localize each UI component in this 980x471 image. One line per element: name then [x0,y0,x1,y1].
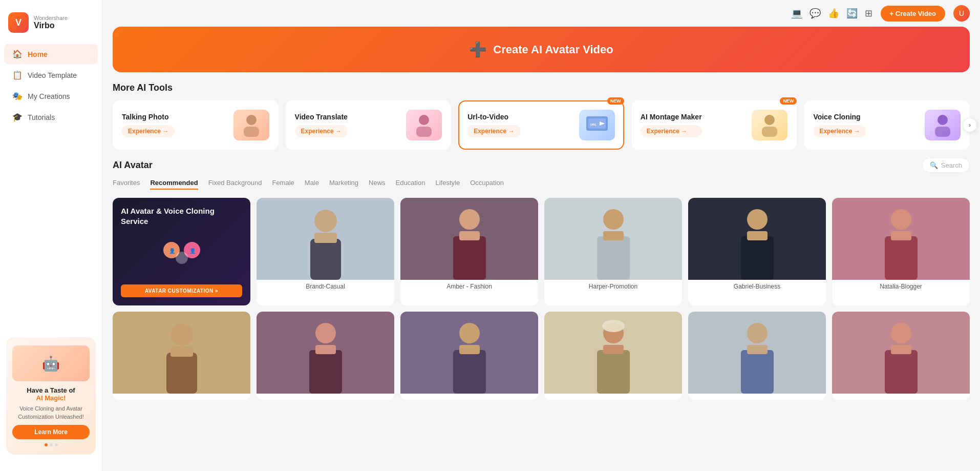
avatar-card-row2-2[interactable] [257,312,394,400]
tab-education[interactable]: Education [396,179,425,190]
tool-card-video-translate-left: Video Translate Experience → [295,113,348,137]
tab-lifestyle[interactable]: Lifestyle [435,179,460,190]
tool-exp-btn-video-translate[interactable]: Experience → [295,125,348,137]
svg-rect-42 [597,350,630,394]
tool-exp-btn-url-to-video[interactable]: Experience → [467,125,520,137]
svg-point-14 [176,252,188,264]
avatar-card-row2-4[interactable] [544,312,682,400]
avatar-name-row2-5 [688,394,826,400]
tools-nav-next-button[interactable]: › [963,118,977,132]
promo-learn-more-button[interactable]: Learn More [12,425,90,439]
promo-dot-2 [50,443,53,446]
like-icon[interactable]: 👍 [828,8,839,19]
svg-rect-40 [459,345,480,354]
user-avatar[interactable]: U [953,5,970,22]
svg-rect-25 [603,231,624,240]
sidebar-item-home[interactable]: 🏠 Home [4,44,98,64]
avatar-card-row2-3[interactable] [400,312,538,400]
avatar-promo-card[interactable]: AI Avatar & Voice Cloning Service 👤 👤 AV… [113,198,250,305]
avatar-card-row2-6[interactable] [832,312,970,400]
tab-occupation[interactable]: Occupation [470,179,504,190]
sidebar-item-tutorials[interactable]: 🎓 Tutorials [4,107,98,127]
tool-card-url-to-video[interactable]: NEW Url-to-Video Experience → URL [458,100,624,150]
my-creations-icon: 🎭 [12,91,23,101]
tool-exp-btn-talking-photo[interactable]: Experience → [122,125,175,137]
svg-rect-11 [935,127,950,137]
avatar-card-brandt[interactable]: Brandt-Casual [257,198,394,305]
avatar-card-gabriel[interactable]: Gabriel-Business [688,198,826,305]
svg-rect-47 [747,345,768,354]
avatar-img-row2-5 [688,312,826,394]
hero-plus-icon: ➕ [469,41,487,58]
app-name: Virbo [34,21,68,30]
grid-icon[interactable]: ⊞ [865,8,872,19]
svg-point-17 [314,210,337,232]
svg-rect-37 [315,345,336,354]
create-video-button[interactable]: + Create Video [881,6,945,22]
sidebar-item-my-creations[interactable]: 🎭 My Creations [4,86,98,106]
tab-female[interactable]: Female [272,179,294,190]
tab-marketing[interactable]: Marketing [329,179,358,190]
ai-avatar-section: AI Avatar 🔍 Search Favorites Recommended… [102,150,980,408]
svg-rect-1 [244,127,259,137]
ai-avatar-title: AI Avatar [113,160,153,171]
svg-rect-22 [459,231,480,240]
tool-card-talking-photo[interactable]: Talking Photo Experience → [113,100,279,150]
promo-desc: Voice Cloning and Avatar Customization U… [12,405,90,421]
main-nav: 🏠 Home 📋 Video Template 🎭 My Creations 🎓… [0,43,102,128]
avatar-promo-button[interactable]: AVATAR CUSTOMIZATION » [121,284,242,297]
search-placeholder: Search [941,161,962,169]
avatar-card-natalia[interactable]: Natalia-Blogger [832,198,970,305]
svg-point-45 [747,323,768,343]
avatar-name-harper: Harper-Promotion [544,280,682,293]
new-badge-url-to-video: NEW [607,97,624,105]
tool-card-video-translate[interactable]: Video Translate Experience → [286,100,452,150]
tutorials-icon: 🎓 [12,112,23,122]
avatar-grid-row1: AI Avatar & Voice Cloning Service 👤 👤 AV… [113,198,970,305]
promo-highlight: AI Magic! [36,394,66,402]
avatar-grid-row2 [113,312,970,408]
svg-rect-33 [166,353,197,394]
sidebar-item-video-template[interactable]: 📋 Video Template [4,65,98,85]
promo-title: Have a Taste of AI Magic! [12,386,90,402]
sidebar-item-home-label: Home [28,50,48,58]
tab-recommended[interactable]: Recommended [150,179,198,190]
tool-card-ai-montage[interactable]: NEW AI Montage Maker Experience → [631,100,797,150]
monitor-icon[interactable]: 💻 [791,8,802,19]
svg-point-20 [459,209,480,230]
avatar-img-row2-6 [832,312,970,394]
tool-card-voice-cloning[interactable]: Voice Cloning Experience → [804,100,970,150]
tool-exp-btn-ai-montage[interactable]: Experience → [641,125,702,137]
tab-male[interactable]: Male [305,179,319,190]
hero-banner[interactable]: ➕ Create AI Avatar Video [113,27,970,72]
tool-card-voice-cloning-left: Voice Cloning Experience → [813,113,866,137]
svg-point-29 [891,209,911,230]
sidebar-item-video-template-label: Video Template [28,71,77,79]
tab-favorites[interactable]: Favorites [113,179,140,190]
filter-tabs: Favorites Recommended Fixed Background F… [113,179,970,190]
tab-news[interactable]: News [369,179,386,190]
tool-name-video-translate: Video Translate [295,113,348,121]
topbar: 💻 💬 👍 🔄 ⊞ + Create Video U [102,0,980,27]
tab-fixed-background[interactable]: Fixed Background [208,179,262,190]
tool-card-ai-montage-left: AI Montage Maker Experience → [641,113,702,137]
svg-point-23 [603,209,624,230]
avatar-card-amber[interactable]: Amber - Fashion [400,198,538,305]
avatar-header: AI Avatar 🔍 Search [113,158,970,173]
avatar-card-row2-1[interactable] [113,312,250,400]
svg-point-26 [747,209,768,230]
avatar-card-harper[interactable]: Harper-Promotion [544,198,682,305]
avatar-img-gabriel [688,198,826,280]
tool-exp-btn-voice-cloning[interactable]: Experience → [813,125,866,137]
message-icon[interactable]: 💬 [809,8,821,19]
svg-point-10 [938,115,948,125]
svg-rect-24 [597,236,630,280]
avatar-name-row2-1 [113,394,250,400]
avatar-search-box[interactable]: 🔍 Search [922,158,970,173]
more-ai-tools-title: More AI Tools [113,83,970,93]
svg-point-8 [764,115,775,125]
refresh-icon[interactable]: 🔄 [846,8,858,19]
avatar-card-row2-5[interactable] [688,312,826,400]
svg-point-44 [602,320,625,332]
svg-rect-9 [762,127,777,137]
